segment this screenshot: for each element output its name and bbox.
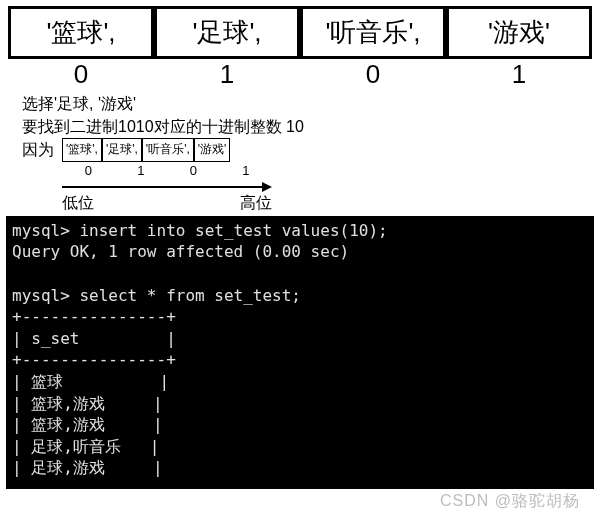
low-bit-label: 低位 (62, 191, 94, 214)
big-cell-2: '听音乐', (300, 6, 446, 59)
explanation-block: 选择'足球, '游戏' 要找到二进制1010对应的十进制整数 10 因为 '篮球… (22, 92, 578, 214)
big-cell-0: '篮球', (8, 6, 154, 59)
big-index-3: 1 (446, 59, 592, 90)
big-cell-1: '足球', (154, 6, 300, 59)
explain-line2: 要找到二进制1010对应的十进制整数 10 (22, 115, 578, 138)
big-index-2: 0 (300, 59, 446, 90)
small-index-3: 1 (220, 162, 273, 181)
position-labels: 低位 高位 (62, 191, 272, 214)
sql-terminal: mysql> insert into set_test values(10); … (6, 216, 594, 489)
high-bit-label: 高位 (240, 191, 272, 214)
small-cell-0: '篮球', (62, 138, 102, 161)
explain-line1: 选择'足球, '游戏' (22, 92, 578, 115)
small-index-row: 0 1 0 1 (62, 162, 272, 181)
big-index-0: 0 (8, 59, 154, 90)
big-index-row: 0 1 0 1 (8, 59, 592, 90)
big-cell-3: '游戏' (446, 6, 592, 59)
csdn-watermark: CSDN @骆驼胡杨 (440, 491, 580, 512)
small-set-table: '篮球', '足球', '听音乐', '游戏' (62, 138, 272, 161)
big-index-1: 1 (154, 59, 300, 90)
small-table-wrap: '篮球', '足球', '听音乐', '游戏' 0 1 0 1 低位 高位 (62, 138, 272, 213)
small-index-2: 0 (167, 162, 220, 181)
small-index-1: 1 (115, 162, 168, 181)
small-index-0: 0 (62, 162, 115, 181)
big-set-table: '篮球', '足球', '听音乐', '游戏' (8, 6, 592, 59)
small-cell-1: '足球', (102, 138, 142, 161)
explain-line3-prefix: 因为 (22, 138, 54, 161)
small-cell-3: '游戏' (194, 138, 231, 161)
small-cell-2: '听音乐', (142, 138, 194, 161)
